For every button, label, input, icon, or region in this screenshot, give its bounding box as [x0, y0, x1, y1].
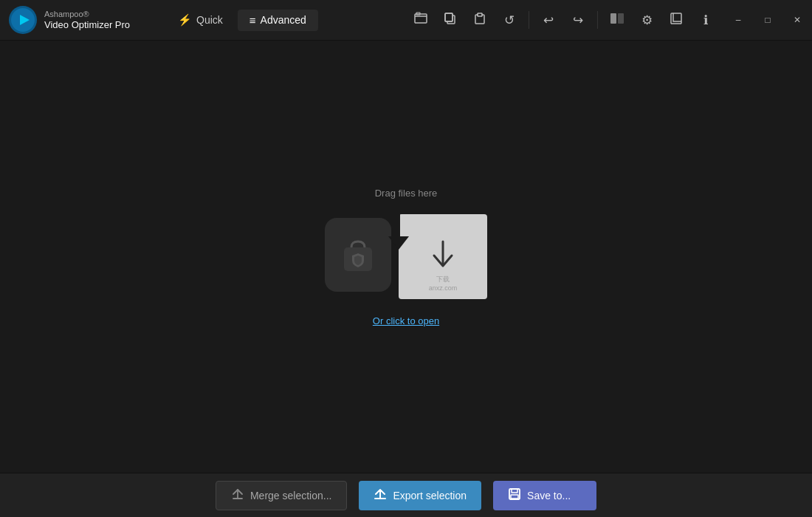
maximize-button[interactable]: □ — [753, 0, 782, 41]
drag-files-text: Drag files here — [375, 188, 438, 199]
export-selection-button[interactable]: Export selection — [359, 481, 481, 510]
merge-icon — [231, 487, 244, 503]
svg-rect-6 — [445, 13, 453, 21]
minimize-icon: – — [736, 15, 741, 25]
svg-rect-13 — [671, 13, 681, 24]
svg-rect-18 — [511, 495, 518, 499]
export-label: Export selection — [393, 490, 467, 501]
save-icon — [508, 487, 521, 503]
redo-button[interactable]: ↪ — [565, 7, 591, 33]
drop-icon-area: 下载anxz.com — [325, 210, 487, 307]
main-content[interactable]: Drag files here — [0, 41, 812, 473]
copy-button[interactable] — [437, 7, 464, 33]
merge-label: Merge selection... — [250, 490, 332, 501]
separator-2 — [597, 11, 598, 29]
advanced-nav-button[interactable]: ≡ Advanced — [238, 10, 318, 31]
watermark-text: 下载anxz.com — [426, 273, 461, 295]
click-to-open-link[interactable]: Or click to open — [373, 315, 439, 326]
bag-shield-icon — [325, 218, 391, 292]
info-button[interactable]: ℹ — [692, 7, 719, 33]
drop-zone[interactable]: Drag files here — [325, 188, 487, 326]
export-icon — [374, 487, 387, 503]
svg-rect-3 — [415, 14, 427, 23]
info-icon: ℹ — [703, 13, 708, 28]
quick-nav-button[interactable]: ⚡ Quick — [166, 9, 235, 31]
maximize-icon: □ — [765, 15, 770, 25]
settings-icon: ⚙ — [641, 13, 653, 28]
advanced-nav-icon: ≡ — [250, 14, 256, 27]
compare-button[interactable] — [604, 7, 630, 33]
settings-button[interactable]: ⚙ — [633, 7, 660, 33]
toolbar-right: ↺ ↩ ↪ ⚙ — [403, 7, 723, 33]
crop-button[interactable] — [663, 7, 689, 33]
svg-rect-11 — [610, 13, 616, 24]
refresh-icon: ↺ — [504, 13, 515, 28]
crop-icon — [670, 13, 682, 27]
open-file-icon — [414, 12, 427, 28]
logo-text: Ashampoo® Video Optimizer Pro — [44, 10, 130, 30]
close-button[interactable]: ✕ — [782, 0, 812, 41]
bottom-bar: Merge selection... Export selection Save… — [0, 473, 812, 517]
app-logo-icon — [9, 6, 37, 34]
undo-button[interactable]: ↩ — [535, 7, 562, 33]
app-brand: Ashampoo® — [44, 10, 130, 19]
copy-icon — [444, 13, 456, 27]
separator-1 — [529, 11, 529, 29]
quick-nav-label: Quick — [196, 14, 223, 26]
nav-area: ⚡ Quick ≡ Advanced — [159, 9, 403, 31]
refresh-button[interactable]: ↺ — [496, 7, 523, 33]
logo-area: Ashampoo® Video Optimizer Pro — [0, 6, 159, 34]
titlebar: Ashampoo® Video Optimizer Pro ⚡ Quick ≡ … — [0, 0, 812, 41]
app-name: Video Optimizer Pro — [44, 19, 130, 30]
quick-nav-icon: ⚡ — [178, 13, 192, 27]
redo-icon: ↪ — [573, 13, 583, 28]
window-controls: – □ ✕ — [723, 0, 812, 40]
paste-icon — [474, 13, 486, 27]
open-file-button[interactable] — [407, 7, 434, 33]
svg-rect-12 — [618, 13, 624, 24]
save-to-button[interactable]: Save to... — [493, 481, 596, 510]
folder-drop-area: 下载anxz.com — [399, 214, 487, 299]
save-label: Save to... — [527, 490, 571, 501]
download-arrow-icon — [388, 214, 409, 250]
svg-rect-9 — [478, 13, 482, 16]
undo-icon: ↩ — [543, 13, 554, 28]
compare-icon — [610, 13, 624, 27]
paste-button[interactable] — [467, 7, 493, 33]
minimize-button[interactable]: – — [723, 0, 753, 41]
advanced-nav-label: Advanced — [261, 14, 306, 26]
merge-selection-button[interactable]: Merge selection... — [216, 481, 348, 510]
svg-rect-17 — [512, 489, 517, 493]
close-icon: ✕ — [794, 15, 801, 25]
